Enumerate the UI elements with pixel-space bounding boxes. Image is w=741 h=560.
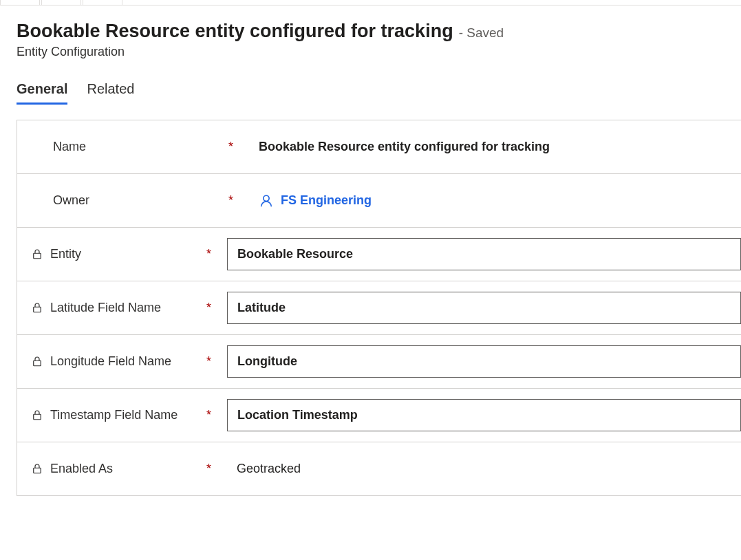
value-cell-name[interactable]: Bookable Resource entity configured for … xyxy=(249,140,741,154)
save-status: - Saved xyxy=(459,25,504,41)
svg-rect-3 xyxy=(34,361,41,367)
svg-point-0 xyxy=(264,195,269,201)
input-entity[interactable]: Bookable Resource xyxy=(227,238,741,270)
tab-stubs xyxy=(0,0,741,6)
required-owner: * xyxy=(228,193,249,208)
row-enabled-as: Enabled As * Geotracked xyxy=(17,442,741,496)
input-longitude[interactable]: Longitude xyxy=(227,345,741,378)
label-longitude: Longitude Field Name xyxy=(50,354,171,369)
label-entity: Entity xyxy=(50,246,81,262)
owner-link[interactable]: FS Engineering xyxy=(249,193,741,208)
label-cell-owner: Owner xyxy=(53,193,228,208)
label-cell-longitude: Longitude Field Name xyxy=(31,354,206,369)
input-timestamp[interactable]: Location Timestamp xyxy=(227,399,741,431)
value-enabled-as: Geotracked xyxy=(227,462,741,476)
tab-stub xyxy=(83,0,122,5)
value-cell-entity: Bookable Resource xyxy=(227,238,741,270)
page-subtitle: Entity Configuration xyxy=(17,45,724,59)
value-cell-owner[interactable]: FS Engineering xyxy=(249,193,741,208)
required-latitude: * xyxy=(206,301,227,315)
value-cell-latitude: Latitude xyxy=(227,292,741,324)
person-icon xyxy=(259,193,274,208)
row-entity: Entity * Bookable Resource xyxy=(17,228,741,281)
value-cell-timestamp: Location Timestamp xyxy=(227,399,741,431)
label-latitude: Latitude Field Name xyxy=(50,300,161,316)
row-longitude: Longitude Field Name * Longitude xyxy=(17,335,741,389)
label-cell-enabled-as: Enabled As xyxy=(31,461,206,477)
required-longitude: * xyxy=(206,354,227,369)
row-latitude: Latitude Field Name * Latitude xyxy=(17,281,741,335)
label-cell-entity: Entity xyxy=(31,246,206,262)
label-timestamp: Timestamp Field Name xyxy=(50,407,178,423)
page-title: Bookable Resource entity configured for … xyxy=(17,21,453,42)
input-latitude[interactable]: Latitude xyxy=(227,292,741,324)
svg-rect-5 xyxy=(34,469,41,474)
tab-general[interactable]: General xyxy=(17,81,67,105)
value-cell-longitude: Longitude xyxy=(227,345,741,378)
row-timestamp: Timestamp Field Name * Location Timestam… xyxy=(17,389,741,442)
required-enabled-as: * xyxy=(206,462,227,476)
required-entity: * xyxy=(206,247,227,261)
label-cell-timestamp: Timestamp Field Name xyxy=(31,407,206,423)
header: Bookable Resource entity configured for … xyxy=(0,6,741,66)
label-cell-name: Name xyxy=(53,139,228,155)
required-name: * xyxy=(228,140,249,154)
owner-value: FS Engineering xyxy=(281,193,372,208)
value-cell-enabled-as[interactable]: Geotracked xyxy=(227,462,741,476)
row-owner: Owner * FS Engineering xyxy=(17,174,741,228)
row-name: Name * Bookable Resource entity configur… xyxy=(17,120,741,174)
label-cell-latitude: Latitude Field Name xyxy=(31,300,206,316)
tab-stub xyxy=(41,0,81,5)
form-container: Name * Bookable Resource entity configur… xyxy=(17,120,741,496)
svg-rect-1 xyxy=(34,254,41,259)
lock-icon xyxy=(31,355,43,367)
lock-icon xyxy=(31,248,43,260)
tabs: General Related xyxy=(0,66,741,105)
svg-rect-2 xyxy=(34,308,41,313)
lock-icon xyxy=(31,462,43,475)
required-timestamp: * xyxy=(206,408,227,422)
label-owner: Owner xyxy=(53,193,89,208)
lock-icon xyxy=(31,409,43,421)
title-row: Bookable Resource entity configured for … xyxy=(17,21,724,42)
tab-related[interactable]: Related xyxy=(87,81,134,105)
svg-rect-4 xyxy=(34,415,41,420)
value-name: Bookable Resource entity configured for … xyxy=(249,140,741,154)
lock-icon xyxy=(31,301,43,314)
label-name: Name xyxy=(53,139,86,155)
tab-stub xyxy=(0,0,40,5)
label-enabled-as: Enabled As xyxy=(50,461,113,477)
